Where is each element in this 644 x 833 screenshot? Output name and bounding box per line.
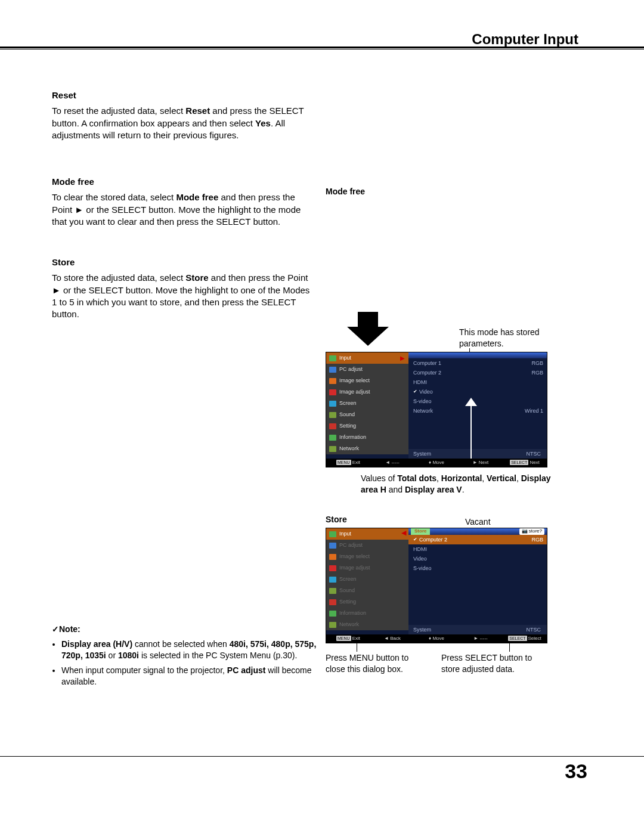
menu-item-icon — [329, 610, 337, 617]
reset-text: To reset the adjusted data, select Reset… — [52, 105, 314, 141]
menu1-right-list: Computer 1RGBComputer 2RGBHDMI✔VideoS-vi… — [408, 358, 547, 416]
menu-left-item-network[interactable]: Network — [326, 443, 408, 454]
menu-item-icon — [329, 599, 337, 606]
svg-rect-8 — [329, 446, 336, 452]
menu2-sub-item-video[interactable]: Video — [408, 554, 547, 563]
section-header: Computer Input — [472, 30, 578, 49]
rule-bottom — [0, 756, 644, 757]
reset-heading: Reset — [52, 89, 314, 101]
menu-item-icon — [329, 389, 337, 396]
svg-rect-1 — [329, 367, 336, 373]
menu-left-item-screen[interactable]: Screen — [326, 398, 408, 409]
menu2-top-strip: Store 📷 store? — [408, 528, 547, 535]
menu2-left-item-input[interactable]: Input — [326, 528, 408, 540]
menu2-system-value: NTSC — [527, 626, 541, 633]
left-column: Reset To reset the adjusted data, select… — [52, 89, 314, 349]
svg-rect-16 — [329, 611, 336, 617]
svg-rect-10 — [329, 543, 336, 549]
menu1-sub-item-video[interactable]: ✔Video — [408, 387, 547, 397]
menu2-left-item-information[interactable]: Information — [326, 608, 408, 619]
menu2-left-item-pc-adjust[interactable]: PC adjust — [326, 540, 408, 551]
stored-annotation: This mode has stored parameters. — [459, 327, 549, 349]
note-item-2: When input computer signal to the projec… — [61, 665, 320, 688]
note-block: ✓Note: Display area (H/V) cannot be sele… — [52, 624, 320, 690]
svg-rect-4 — [329, 401, 336, 407]
menu-left-item-input[interactable]: Input▶ — [326, 352, 408, 364]
menu1-sub-item-hdmi[interactable]: HDMI — [408, 377, 547, 387]
svg-rect-12 — [329, 565, 336, 571]
menu-left-item-image-adjust[interactable]: Image adjust — [326, 386, 408, 398]
menu2-system-label: System — [408, 626, 431, 633]
mode-free-section: Mode free To clear the stored data, sele… — [52, 176, 314, 228]
leader-line-menu — [357, 642, 357, 652]
note-item-1: Display area (H/V) cannot be selected wh… — [61, 639, 320, 661]
chevron-left-icon: ◀ — [401, 528, 406, 537]
menu1-sub-item-computer-2[interactable]: Computer 2RGB — [408, 368, 547, 377]
mode-free-text: To clear the stored data, select Mode fr… — [52, 191, 314, 228]
menu2-left-item-image-select[interactable]: Image select — [326, 551, 408, 562]
menu-item-icon — [329, 377, 337, 385]
menu-item-icon — [329, 423, 337, 430]
store-text: To store the adjusted data, select Store… — [52, 272, 314, 320]
menu-item-icon — [329, 542, 337, 549]
menu2-left-list: InputPC adjustImage selectImage adjustSc… — [326, 528, 408, 630]
menu2-left-item-sound[interactable]: Sound — [326, 585, 408, 596]
reset-section: Reset To reset the adjusted data, select… — [52, 89, 314, 141]
store-section: Store To store the adjusted data, select… — [52, 256, 314, 320]
menu-item-icon — [329, 587, 337, 594]
store-figure-label: Store — [326, 514, 347, 525]
menu-item-icon — [329, 434, 337, 441]
svg-rect-13 — [329, 577, 336, 583]
menu-item-icon — [329, 400, 337, 407]
check-icon: ✔ — [413, 389, 417, 395]
menu2-sub-item-hdmi[interactable]: HDMI — [408, 544, 547, 554]
menu-left-item-pc-adjust[interactable]: PC adjust — [326, 364, 408, 375]
menu-item-icon — [329, 411, 337, 419]
check-icon: ✔ — [413, 537, 417, 543]
menu2-sub-item-s-video[interactable]: S-video — [408, 563, 547, 573]
svg-rect-3 — [329, 389, 336, 395]
chevron-right-icon: ▶ — [400, 354, 405, 363]
svg-rect-11 — [329, 554, 336, 560]
menu-item-icon — [329, 621, 337, 628]
svg-rect-6 — [329, 423, 336, 429]
menu2-footer: MENUExit ◄ Back ♦ Move ► ----- SELECTSel… — [326, 634, 547, 643]
menu2-left-item-image-adjust[interactable]: Image adjust — [326, 562, 408, 574]
menu1-system-row: System NTSC — [408, 449, 547, 459]
menu-item-icon — [329, 355, 337, 362]
up-arrow-icon — [465, 399, 478, 459]
menu-left-item-setting[interactable]: Setting — [326, 420, 408, 432]
menu-item-icon — [329, 553, 337, 561]
values-annotation: Values of Total dots, Horizontal, Vertic… — [361, 473, 552, 496]
menu1-sub-item-s-video[interactable]: S-video — [408, 397, 547, 406]
down-arrow-icon — [347, 312, 389, 348]
note-title: ✓Note: — [52, 624, 320, 635]
menu2-sub-item-computer-2[interactable]: ✔Computer 2RGB — [408, 535, 547, 544]
svg-rect-9 — [329, 531, 336, 537]
menu1-sub-item-computer-1[interactable]: Computer 1RGB — [408, 358, 547, 368]
svg-rect-15 — [329, 599, 336, 605]
menu2-left-item-setting[interactable]: Setting — [326, 596, 408, 608]
svg-rect-7 — [329, 435, 336, 441]
menu2-left-item-network[interactable]: Network — [326, 619, 408, 630]
menu1-sub-item-network[interactable]: NetworkWired 1 — [408, 406, 547, 416]
menu1-top-strip — [408, 352, 547, 358]
leader-line-select — [509, 642, 510, 652]
menu1-system-label: System — [408, 450, 431, 457]
mode-free-figure-label: Mode free — [326, 186, 365, 197]
page-number: 33 — [565, 758, 587, 785]
osd-menu-mode-free: Input▶PC adjustImage selectImage adjustS… — [326, 352, 547, 467]
menu-item-icon — [329, 445, 337, 453]
menu2-left-item-screen[interactable]: Screen — [326, 574, 408, 585]
osd-menu-store: InputPC adjustImage selectImage adjustSc… — [326, 528, 547, 643]
menu-left-item-information[interactable]: Information — [326, 432, 408, 443]
press-menu-annotation: Press MENU button to close this dialog b… — [326, 652, 421, 675]
menu-item-icon — [329, 366, 337, 373]
menu-item-icon — [329, 531, 337, 538]
menu-item-icon — [329, 576, 337, 583]
menu-left-item-image-select[interactable]: Image select — [326, 375, 408, 386]
menu-left-item-sound[interactable]: Sound — [326, 409, 408, 420]
menu2-top-right-label: 📷 store? — [519, 528, 544, 535]
svg-rect-0 — [329, 355, 336, 361]
menu1-left-list: Input▶PC adjustImage selectImage adjustS… — [326, 352, 408, 454]
